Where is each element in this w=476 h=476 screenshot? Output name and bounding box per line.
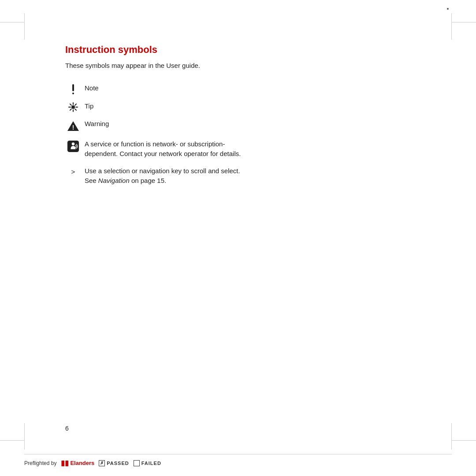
svg-point-12: [72, 142, 75, 145]
border-left-horiz-top: [0, 22, 24, 22]
border-top-left: [24, 13, 25, 40]
symbol-row-note: Note: [65, 83, 242, 94]
top-right-dot: [447, 8, 449, 10]
note-label: Note: [81, 83, 99, 93]
symbol-row-warning: ! Warning: [65, 119, 242, 132]
svg-point-0: [71, 105, 75, 109]
border-bottom-left: [24, 423, 25, 450]
failed-label: FAILED: [141, 461, 161, 466]
note-icon: [65, 84, 81, 94]
network-icon: [65, 140, 81, 152]
network-svg: [67, 140, 79, 152]
page-number: 6: [65, 425, 69, 432]
intro-text: These symbols may appear in the User gui…: [65, 61, 242, 71]
border-left-horiz-bottom: [0, 440, 24, 441]
svg-line-5: [70, 104, 71, 105]
symbol-list: Note: [65, 83, 242, 193]
arrow-label: Use a selection or navigation key to scr…: [81, 166, 242, 186]
svg-line-6: [75, 109, 76, 110]
warning-svg: !: [67, 120, 79, 132]
svg-text:!: !: [72, 124, 74, 131]
symbol-row-network: A service or function is network- or sub…: [65, 139, 242, 159]
footer-passed-section: ✗ PASSED: [99, 460, 129, 466]
elanders-logo-icon: ▮▮: [61, 459, 69, 467]
svg-line-7: [75, 104, 76, 105]
page-title: Instruction symbols: [65, 44, 242, 56]
footer-failed-section: FAILED: [134, 460, 161, 466]
failed-checkbox: [134, 460, 140, 466]
sun-svg: [68, 102, 78, 112]
border-top-right: [451, 13, 452, 40]
symbol-row-arrow: > Use a selection or navigation key to s…: [65, 166, 242, 186]
arrow-icon: >: [65, 167, 81, 175]
passed-checkbox: ✗: [99, 460, 105, 466]
tip-icon: [65, 102, 81, 112]
svg-line-8: [70, 109, 71, 110]
network-label: A service or function is network- or sub…: [81, 139, 242, 159]
footer: Preflighted by ▮▮ Elanders ✗ PASSED FAIL…: [24, 454, 452, 467]
warning-icon: !: [65, 120, 81, 132]
passed-label: PASSED: [107, 461, 129, 466]
symbol-row-tip: Tip: [65, 101, 242, 112]
main-content: Instruction symbols These symbols may ap…: [65, 44, 242, 193]
footer-logo: ▮▮ Elanders: [61, 459, 94, 467]
footer-brand-name: Elanders: [70, 460, 94, 466]
border-bottom-right: [451, 423, 452, 450]
border-right-horiz-bottom: [452, 440, 476, 441]
warning-label: Warning: [81, 119, 109, 129]
border-right-horiz-top: [452, 22, 476, 22]
tip-label: Tip: [81, 101, 93, 112]
footer-preflight-text: Preflighted by: [24, 460, 56, 466]
arrow-chevron: >: [71, 167, 75, 175]
